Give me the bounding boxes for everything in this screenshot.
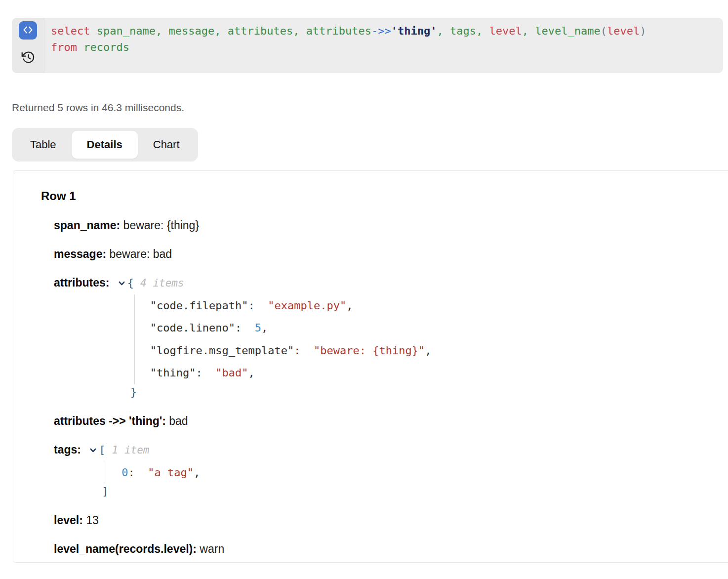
- code-line: from records: [51, 39, 723, 55]
- row-title: Row 1: [41, 189, 719, 204]
- field-span-name: span_name: beware: {thing}: [54, 218, 719, 232]
- tree-line: "code.filepath": "example.py",: [150, 294, 719, 317]
- json-tree: "code.filepath": "example.py","code.line…: [134, 294, 719, 384]
- field-value: beware: bad: [110, 248, 172, 260]
- tree-line: "thing": "bad",: [150, 362, 719, 384]
- code-toggle-button[interactable]: [19, 21, 37, 40]
- tab-chart[interactable]: Chart: [138, 131, 195, 159]
- open-bracket: [: [99, 444, 105, 456]
- field-label: level:: [54, 514, 83, 527]
- field-label: attributes ->> 'thing':: [54, 414, 166, 427]
- query-status: Returned 5 rows in 46.3 milliseconds.: [12, 102, 184, 114]
- field-label: tags:: [54, 443, 81, 456]
- chevron-down-icon[interactable]: [118, 277, 126, 290]
- result-tabs: TableDetailsChart: [12, 128, 198, 162]
- field-level-name-records-level: level_name(records.level): warn: [54, 542, 719, 556]
- field-label: attributes:: [54, 276, 109, 289]
- history-icon: [21, 50, 35, 66]
- field-label: message:: [54, 248, 106, 260]
- details-panel: Row 1 span_name: beware: {thing}message:…: [13, 170, 728, 563]
- tab-table[interactable]: Table: [15, 131, 72, 159]
- field-level: level: 13: [54, 513, 719, 527]
- tree-line: 0: "a tag",: [121, 461, 719, 484]
- field-value: beware: {thing}: [123, 219, 199, 232]
- field-label: span_name:: [54, 219, 120, 232]
- sql-editor: select span_name, message, attributes, a…: [12, 18, 723, 73]
- field-label: level_name(records.level):: [54, 542, 197, 555]
- field-attributes: attributes: {4 items: [54, 276, 719, 290]
- sql-query-code[interactable]: select span_name, message, attributes, a…: [44, 18, 723, 73]
- field-value: warn: [200, 542, 224, 555]
- closing-bracket: }: [130, 385, 719, 399]
- editor-gutter: [12, 18, 44, 73]
- json-tree: 0: "a tag",: [106, 461, 719, 484]
- items-count: 1 item: [112, 444, 150, 456]
- tree-line: "logfire.msg_template": "beware: {thing}…: [150, 339, 719, 362]
- chevron-down-icon[interactable]: [89, 444, 97, 457]
- closing-bracket: ]: [102, 485, 719, 498]
- details-fields: span_name: beware: {thing}message: bewar…: [41, 218, 719, 556]
- field-message: message: beware: bad: [54, 247, 719, 261]
- field-attributes-thing: attributes ->> 'thing': bad: [54, 414, 719, 428]
- tree-line: "code.lineno": 5,: [150, 317, 719, 339]
- query-history-button[interactable]: [21, 51, 35, 65]
- tab-details[interactable]: Details: [72, 131, 138, 159]
- code-line: select span_name, message, attributes, a…: [51, 23, 723, 39]
- field-value: 13: [86, 514, 99, 527]
- open-bracket: {: [127, 277, 134, 289]
- code-icon: [23, 25, 33, 37]
- items-count: 4 items: [140, 277, 184, 289]
- field-tags: tags: [1 item: [54, 443, 719, 457]
- field-value: bad: [169, 414, 188, 427]
